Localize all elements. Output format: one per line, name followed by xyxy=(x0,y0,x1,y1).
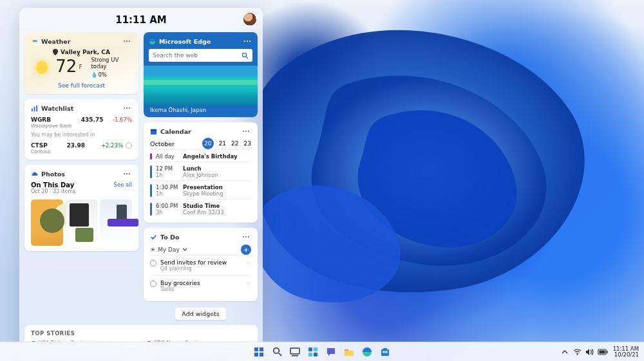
calendar-event[interactable]: 12 PM1hLunchAlex Johnson xyxy=(150,162,251,180)
todo-task[interactable]: Send invites for reviewQ4 planning ☆ xyxy=(150,255,251,275)
start-button[interactable] xyxy=(252,345,266,359)
wifi-icon[interactable] xyxy=(573,348,582,355)
task-check[interactable] xyxy=(150,260,156,266)
add-widgets-button[interactable]: Add widgets xyxy=(175,308,225,320)
svg-rect-30 xyxy=(260,353,263,356)
svg-point-1 xyxy=(124,41,125,42)
star-icon[interactable]: ☆ xyxy=(246,280,251,286)
info-icon[interactable] xyxy=(126,142,132,149)
sun-small-icon: ☀ xyxy=(150,246,155,253)
svg-rect-42 xyxy=(383,348,387,350)
photos-title: Photos xyxy=(41,171,65,178)
svg-point-21 xyxy=(243,131,244,132)
see-forecast-link[interactable]: See full forecast xyxy=(31,82,132,89)
card-more-button[interactable] xyxy=(241,233,251,241)
todo-task[interactable]: Buy groceriesTasks ☆ xyxy=(150,275,251,296)
todo-card[interactable]: To Do ☀ My Day + Send invites for review… xyxy=(144,228,258,301)
svg-rect-35 xyxy=(308,347,312,351)
svg-point-15 xyxy=(247,41,248,42)
may-interest-label: You may be interested in xyxy=(31,132,132,138)
taskbar-datetime[interactable]: 11:11 AM 10/20/21 xyxy=(613,346,639,358)
edge-taskbar-button[interactable] xyxy=(360,345,374,359)
svg-rect-37 xyxy=(308,353,312,356)
calendar-event[interactable]: 6:00 PM3hStudio TimeConf Rm 32/33 xyxy=(150,199,251,218)
svg-rect-20 xyxy=(151,129,156,131)
svg-rect-6 xyxy=(36,105,37,111)
svg-rect-41 xyxy=(381,349,389,356)
svg-point-22 xyxy=(245,131,247,132)
chat-button[interactable] xyxy=(324,345,338,359)
calendar-month[interactable]: October xyxy=(150,140,175,147)
explorer-button[interactable] xyxy=(342,345,356,359)
onedrive-icon xyxy=(31,171,38,178)
weather-precip: 💧0% xyxy=(91,71,132,78)
watchlist-card[interactable]: Watchlist WGRBWoodgrove Bank 435.75 -1.6… xyxy=(24,99,138,160)
svg-rect-34 xyxy=(292,355,298,356)
svg-rect-38 xyxy=(314,353,317,356)
todo-list-picker[interactable]: ☀ My Day xyxy=(150,246,187,253)
taskbar: 11:11 AM 10/20/21 xyxy=(0,342,644,361)
widgets-button[interactable] xyxy=(306,345,320,359)
search-input[interactable] xyxy=(153,52,238,59)
svg-rect-4 xyxy=(32,108,33,111)
volume-icon[interactable] xyxy=(585,348,594,356)
svg-rect-39 xyxy=(345,349,348,351)
svg-rect-29 xyxy=(254,353,258,356)
task-view-button[interactable] xyxy=(288,345,302,359)
weather-title: Weather xyxy=(41,38,70,45)
watchlist-row[interactable]: CTSPContoso 23.98 +2.23% xyxy=(31,142,132,154)
edge-title: Microsoft Edge xyxy=(159,38,211,45)
calendar-day[interactable]: 22 xyxy=(231,140,238,147)
svg-point-24 xyxy=(243,236,244,237)
battery-icon[interactable] xyxy=(598,349,608,355)
card-more-button[interactable] xyxy=(122,170,132,178)
card-more-button[interactable] xyxy=(241,127,251,135)
todo-title: To Do xyxy=(160,234,179,241)
calendar-day-today[interactable]: 20 xyxy=(202,138,214,149)
svg-point-26 xyxy=(248,236,249,237)
calendar-day[interactable]: 23 xyxy=(244,140,251,147)
calendar-event[interactable]: 1:30 PM1hPresentationSkype Meeting xyxy=(150,180,251,199)
photos-card[interactable]: Photos On This Day Oct 20 · 33 items See… xyxy=(24,165,138,251)
chevron-down-icon xyxy=(182,248,187,252)
edge-card[interactable]: Microsoft Edge Ikema Ōhashi, Japan xyxy=(144,32,258,117)
edge-hero-image xyxy=(144,66,258,106)
tray-chevron-icon[interactable] xyxy=(562,349,568,355)
star-icon[interactable]: ☆ xyxy=(246,259,251,266)
svg-point-45 xyxy=(576,354,578,355)
add-task-button[interactable]: + xyxy=(241,245,251,255)
card-more-button[interactable] xyxy=(122,104,132,112)
store-button[interactable] xyxy=(378,345,392,359)
watchlist-row[interactable]: WGRBWoodgrove Bank 435.75 -1.67% xyxy=(31,116,132,129)
photo-thumb[interactable] xyxy=(100,199,132,246)
wallpaper-bloom xyxy=(219,19,618,322)
svg-rect-44 xyxy=(386,351,388,353)
weather-card[interactable]: Weather Valley Park, CA 72°F Strong UV t… xyxy=(24,32,138,94)
card-more-button[interactable] xyxy=(122,37,132,45)
todo-icon xyxy=(150,234,157,241)
chart-icon xyxy=(31,105,38,112)
see-all-link[interactable]: See all xyxy=(114,181,133,188)
svg-rect-27 xyxy=(254,347,258,351)
sun-icon xyxy=(36,61,48,74)
calendar-card[interactable]: Calendar October 20 21 22 23 All dayAnge… xyxy=(144,122,258,223)
search-button[interactable] xyxy=(270,345,284,359)
weather-location: Valley Park, CA xyxy=(61,49,110,55)
svg-point-17 xyxy=(242,53,246,57)
svg-point-3 xyxy=(129,41,130,42)
svg-point-9 xyxy=(129,107,130,109)
svg-point-25 xyxy=(245,236,247,237)
svg-rect-47 xyxy=(607,351,608,353)
task-check[interactable] xyxy=(150,281,156,287)
photo-thumb[interactable] xyxy=(31,199,63,246)
svg-rect-48 xyxy=(599,350,605,353)
svg-point-11 xyxy=(126,173,128,174)
card-more-button[interactable] xyxy=(242,37,252,45)
calendar-day[interactable]: 21 xyxy=(219,140,226,147)
calendar-event[interactable]: All dayAngela's Birthday xyxy=(150,149,251,162)
photo-thumb[interactable] xyxy=(66,199,98,246)
search-icon[interactable] xyxy=(242,52,249,59)
avatar[interactable] xyxy=(243,13,256,26)
calendar-title: Calendar xyxy=(160,128,191,135)
edge-search[interactable] xyxy=(149,49,252,62)
